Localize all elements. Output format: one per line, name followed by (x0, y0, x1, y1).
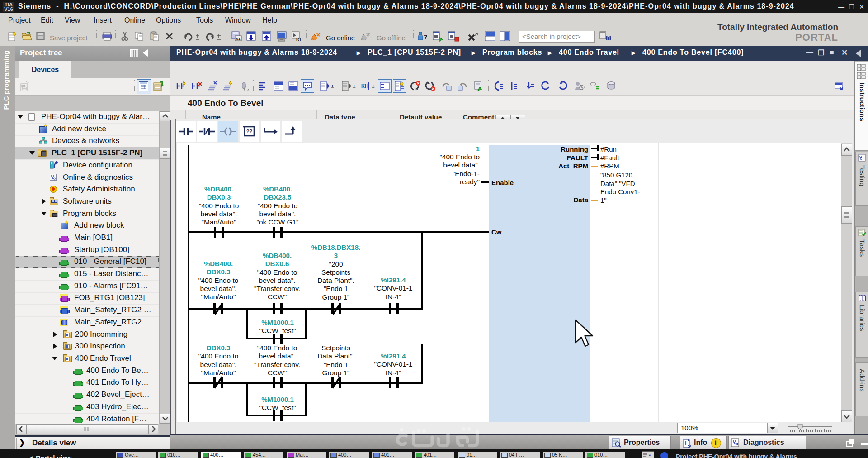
svg-text:??: ?? (246, 129, 253, 134)
svg-text:01: 01 (236, 37, 241, 41)
svg-text:?: ? (424, 33, 428, 41)
svg-text:RT: RT (296, 37, 302, 42)
svg-text:KH: KH (361, 83, 368, 89)
svg-text:i: i (685, 440, 686, 447)
